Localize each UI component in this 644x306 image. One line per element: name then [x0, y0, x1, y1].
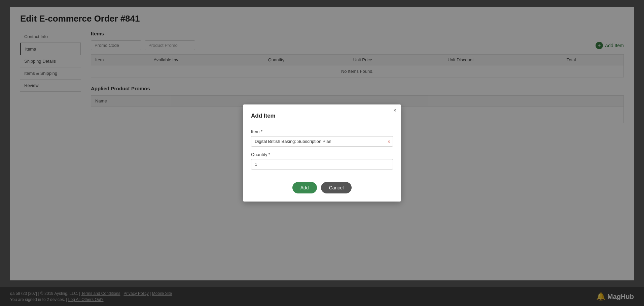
- modal-close-button[interactable]: ×: [393, 108, 396, 113]
- quantity-input[interactable]: [251, 159, 393, 170]
- modal-divider-bottom: [251, 175, 393, 175]
- quantity-form-group: Quantity *: [251, 152, 393, 170]
- item-form-group: Item * ×: [251, 129, 393, 147]
- item-label: Item *: [251, 129, 393, 134]
- add-item-modal: × Add Item Item * × Quantity * Add Cance…: [243, 104, 401, 202]
- item-clear-button[interactable]: ×: [388, 139, 390, 144]
- modal-title: Add Item: [251, 113, 393, 119]
- modal-divider-top: [251, 125, 393, 125]
- item-input[interactable]: [251, 136, 393, 147]
- cancel-button[interactable]: Cancel: [321, 182, 352, 193]
- add-button[interactable]: Add: [292, 182, 317, 193]
- modal-overlay[interactable]: × Add Item Item * × Quantity * Add Cance…: [0, 0, 644, 306]
- item-input-wrapper: ×: [251, 136, 393, 147]
- quantity-label: Quantity *: [251, 152, 393, 157]
- modal-footer: Add Cancel: [251, 182, 393, 193]
